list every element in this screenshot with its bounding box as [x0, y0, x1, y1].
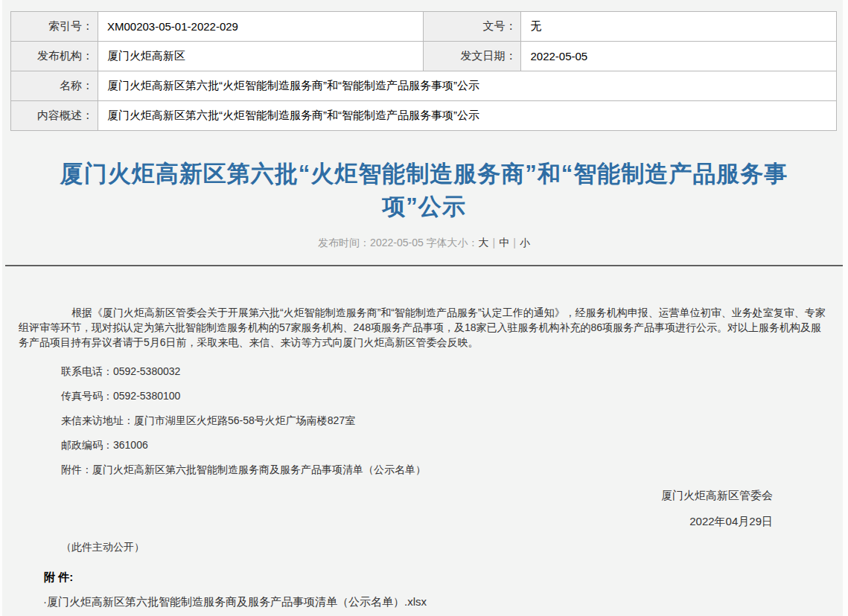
- attachment-file-link[interactable]: ·厦门火炬高新区第六批智能制造服务商及服务产品事项清单（公示名单）.xlsx: [19, 594, 826, 609]
- article-title: 厦门火炬高新区第六批“火炬智能制造服务商”和“智能制造产品服务事项”公示: [48, 158, 801, 223]
- publish-info-line: 发布时间：2022-05-05 字体大小：大|中|小: [0, 237, 848, 250]
- article-paragraph: 根据《厦门火炬高新区管委会关于开展第六批“火炬智能制造服务商”和“智能制造产品服…: [19, 305, 826, 350]
- doc-name-label: 名称：: [11, 71, 98, 101]
- attachments-heading: 附 件:: [19, 570, 826, 585]
- postal-code-line: 邮政编码：361006: [19, 437, 826, 452]
- issue-date-value: 2022-05-05: [521, 42, 837, 71]
- header-divider: [5, 265, 843, 266]
- page-left-edge: [0, 0, 2, 616]
- doc-name-value: 厦门火炬高新区第六批“火炬智能制造服务商”和“智能制造产品服务事项”公示: [98, 71, 836, 101]
- doc-number-value: 无: [521, 12, 837, 42]
- index-number-value: XM00203-05-01-2022-029: [98, 12, 423, 42]
- publish-agency-label: 发布机构：: [11, 42, 98, 71]
- signature-date: 2022年04月29日: [19, 514, 773, 529]
- contact-phone-line: 联系电话：0592-5380032: [19, 364, 826, 379]
- font-size-divider: |: [513, 237, 516, 248]
- publish-date: 2022-05-05: [370, 237, 424, 248]
- publish-agency-value: 厦门火炬高新区: [98, 42, 423, 71]
- publish-time-label: 发布时间：: [318, 237, 370, 248]
- attachment-mention-line: 附件：厦门火炬高新区第六批智能制造服务商及服务产品事项清单（公示名单）: [19, 462, 826, 477]
- content-summary-label: 内容概述：: [11, 101, 98, 131]
- metadata-row-agency: 发布机构： 厦门火炬高新区 发文日期： 2022-05-05: [11, 42, 837, 71]
- contact-fax-line: 传真号码：0592-5380100: [19, 388, 826, 403]
- disclosure-note: （此件主动公开）: [19, 539, 826, 554]
- font-size-large-button[interactable]: 大: [479, 237, 489, 248]
- metadata-row-index: 索引号： XM00203-05-01-2022-029 文号： 无: [11, 12, 837, 42]
- font-size-label: 字体大小：: [427, 237, 479, 248]
- font-size-small-button[interactable]: 小: [520, 237, 530, 248]
- index-number-label: 索引号：: [11, 12, 98, 42]
- contact-address-line: 来信来访地址：厦门市湖里区火炬路56-58号火炬广场南楼827室: [19, 413, 826, 428]
- document-metadata-table: 索引号： XM00203-05-01-2022-029 文号： 无 发布机构： …: [10, 11, 837, 131]
- signature-org: 厦门火炬高新区管委会: [19, 488, 773, 503]
- content-summary-value: 厦门火炬高新区第六批“火炬智能制造服务商”和“智能制造产品服务事项”公示: [98, 101, 836, 131]
- page-right-edge: [843, 0, 848, 616]
- metadata-row-summary: 内容概述： 厦门火炬高新区第六批“火炬智能制造服务商”和“智能制造产品服务事项”…: [11, 101, 837, 131]
- font-size-medium-button[interactable]: 中: [499, 237, 509, 248]
- doc-number-label: 文号：: [423, 12, 521, 42]
- signature-block: 厦门火炬高新区管委会 2022年04月29日: [19, 488, 826, 529]
- metadata-row-name: 名称： 厦门火炬高新区第六批“火炬智能制造服务商”和“智能制造产品服务事项”公示: [11, 71, 837, 101]
- issue-date-label: 发文日期：: [423, 42, 521, 71]
- article-body: 根据《厦门火炬高新区管委会关于开展第六批“火炬智能制造服务商”和“智能制造产品服…: [19, 305, 826, 609]
- font-size-divider: |: [493, 237, 496, 248]
